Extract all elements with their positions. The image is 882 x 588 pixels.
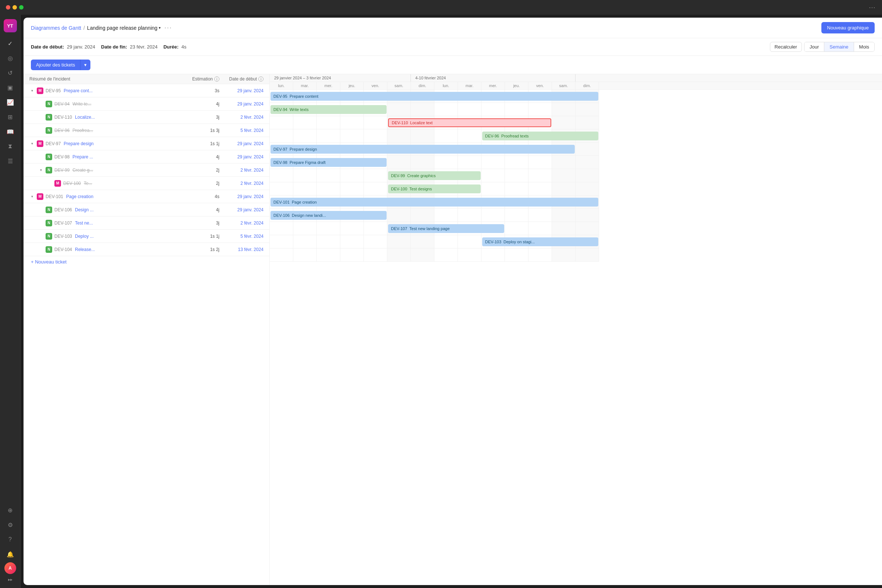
gantt-cell	[387, 129, 411, 142]
gantt-bar[interactable]: DEV-96Proofread texts	[482, 132, 598, 140]
notifications-icon[interactable]: 🔔	[4, 548, 17, 561]
gantt-cell	[552, 169, 576, 182]
add-icon[interactable]: ⊕	[4, 504, 17, 517]
gantt-day-header: jeu.	[340, 82, 364, 89]
help-icon[interactable]: ?	[4, 533, 17, 546]
gantt-cell	[317, 129, 340, 142]
task-id: DEV-99	[54, 168, 69, 173]
gantt-row: DEV-94Write texts	[270, 103, 599, 116]
sidebar-item-grid[interactable]: ⊞	[4, 110, 17, 123]
task-title[interactable]: Create g...	[72, 168, 93, 173]
task-row[interactable]: ▾MDEV-95Prepare cont...3s29 janv. 2024	[24, 84, 269, 98]
task-id: DEV-104	[54, 247, 72, 252]
breadcrumb-parent[interactable]: Diagrammes de Gantt	[31, 25, 81, 31]
sidebar-item-history[interactable]: ↺	[4, 66, 17, 80]
gantt-bar[interactable]: DEV-106Design new landi...	[270, 211, 387, 220]
task-row[interactable]: NDEV-96Proofrea...1s 3j5 févr. 2024	[24, 124, 269, 137]
sidebar-item-list[interactable]: ☰	[4, 154, 17, 168]
gantt-bar[interactable]: DEV-103Deploy on stagi...	[482, 237, 598, 246]
add-tickets-dropdown-button[interactable]: ▾	[80, 60, 90, 70]
sidebar-expand-icon[interactable]: ▸▸	[7, 576, 14, 584]
task-title[interactable]: Localize...	[75, 115, 95, 120]
workspace-avatar[interactable]: YT	[4, 19, 17, 32]
task-row[interactable]: MDEV-100Te...2j2 févr. 2024	[24, 177, 269, 190]
recalculate-button[interactable]: Recalculer	[770, 42, 802, 52]
gantt-bar[interactable]: DEV-107Test new landing page	[388, 224, 504, 233]
task-row[interactable]: ▾NDEV-99Create g...2j2 févr. 2024	[24, 164, 269, 177]
task-title[interactable]: Prepare design	[64, 141, 93, 146]
new-graphique-button[interactable]: Nouveau graphique	[821, 22, 874, 33]
task-id: DEV-106	[54, 207, 72, 212]
breadcrumb-chevron-icon[interactable]: ▾	[159, 26, 160, 30]
settings-icon[interactable]: ⚙	[4, 518, 17, 531]
bar-task-id: DEV-103	[485, 240, 501, 244]
gantt-bar[interactable]: DEV-110Localize text	[388, 118, 551, 127]
gantt-bar[interactable]: DEV-98Prepare Figma draft	[270, 158, 387, 167]
task-start-date: 29 janv. 2024	[219, 101, 264, 106]
gantt-bar[interactable]: DEV-94Write texts	[270, 105, 387, 114]
gantt-cell	[458, 248, 482, 261]
gantt-cell	[364, 129, 387, 142]
task-title[interactable]: Te...	[84, 181, 92, 186]
gantt-bar[interactable]: DEV-95Prepare content	[270, 92, 598, 101]
task-row[interactable]: NDEV-98Prepare ...4j29 janv. 2024	[24, 150, 269, 164]
add-tickets-button[interactable]: Ajouter des tickets	[31, 60, 80, 70]
maximize-button[interactable]	[19, 5, 24, 9]
sidebar-item-circle[interactable]: ◎	[4, 51, 17, 64]
gantt-bar[interactable]: DEV-99Create graphics	[388, 171, 481, 180]
expand-button[interactable]: ▾	[29, 194, 34, 199]
task-start-date: 29 janv. 2024	[219, 141, 264, 146]
gantt-cell	[552, 156, 576, 169]
task-title[interactable]: Prepare ...	[72, 154, 93, 159]
task-type-badge: N	[46, 167, 52, 174]
gantt-bar[interactable]: DEV-100Test designs	[388, 184, 481, 193]
gantt-bar[interactable]: DEV-97Prepare design	[270, 145, 575, 154]
task-title[interactable]: Proofrea...	[72, 128, 93, 133]
task-row[interactable]: ▾MDEV-101Page creation4s29 janv. 2024	[24, 190, 269, 203]
task-row[interactable]: ▾MDEV-97Prepare design1s 1j29 janv. 2024	[24, 137, 269, 150]
view-month-button[interactable]: Mois	[854, 42, 874, 51]
task-title[interactable]: Design ...	[75, 207, 94, 212]
task-title[interactable]: Write te...	[72, 101, 91, 106]
expand-button[interactable]: ▾	[38, 168, 44, 173]
close-button[interactable]	[6, 5, 10, 9]
start-date-col-header: Date de début i	[219, 76, 264, 82]
task-name-cell: NDEV-98Prepare ...	[29, 154, 183, 160]
task-rows-container: ▾MDEV-95Prepare cont...3s29 janv. 2024ND…	[24, 84, 269, 256]
task-row[interactable]: NDEV-103Deploy ...1s 1j5 févr. 2024	[24, 230, 269, 243]
sidebar-item-book[interactable]: 📖	[4, 125, 17, 138]
gantt-day-header: lun.	[270, 82, 293, 89]
task-title[interactable]: Prepare cont...	[64, 88, 93, 93]
view-controls: Recalculer Jour Semaine Mois	[770, 42, 874, 52]
sidebar-item-check[interactable]: ✓	[4, 37, 17, 50]
gantt-bar[interactable]: DEV-101Page creation	[270, 198, 598, 207]
task-row[interactable]: NDEV-110Localize...3j2 févr. 2024	[24, 111, 269, 124]
breadcrumb-more-icon[interactable]: ···	[164, 24, 172, 32]
view-day-button[interactable]: Jour	[804, 42, 824, 51]
sidebar-item-timer[interactable]: ⧗	[4, 140, 17, 153]
sidebar: YT ✓ ◎ ↺ ▣ 📈 ⊞ 📖 ⧗ ☰ ⊕ ⚙ ? 🔔 A ▸▸	[0, 15, 21, 588]
expand-button[interactable]: ▾	[29, 141, 34, 146]
expand-button[interactable]: ▾	[29, 88, 34, 93]
task-row[interactable]: NDEV-106Design ...4j29 janv. 2024	[24, 203, 269, 216]
gantt-cell	[552, 182, 576, 195]
task-row[interactable]: NDEV-94Write te...4j29 janv. 2024	[24, 98, 269, 111]
sidebar-item-chart[interactable]: 📈	[4, 96, 17, 109]
task-row[interactable]: NDEV-104Release...1s 2j13 févr. 2024	[24, 243, 269, 256]
view-week-button[interactable]: Semaine	[824, 42, 854, 51]
sidebar-item-blocks[interactable]: ▣	[4, 81, 17, 94]
task-row[interactable]: NDEV-107Test ne...3j2 févr. 2024	[24, 216, 269, 230]
task-id: DEV-103	[54, 234, 72, 239]
task-title[interactable]: Test ne...	[75, 220, 93, 226]
new-ticket-row[interactable]: + Nouveau ticket	[24, 256, 269, 267]
task-title[interactable]: Page creation	[66, 194, 93, 199]
gantt-cell	[293, 182, 317, 195]
minimize-button[interactable]	[12, 5, 17, 9]
task-title[interactable]: Release...	[75, 247, 95, 252]
gantt-row: DEV-99Create graphics	[270, 169, 599, 182]
task-start-date: 29 janv. 2024	[219, 207, 264, 212]
sidebar-bottom: ⊕ ⚙ ? 🔔 A ▸▸	[4, 504, 17, 584]
bar-task-label: Prepare design	[290, 147, 317, 152]
user-avatar[interactable]: A	[4, 562, 16, 574]
task-title[interactable]: Deploy ...	[75, 234, 94, 239]
